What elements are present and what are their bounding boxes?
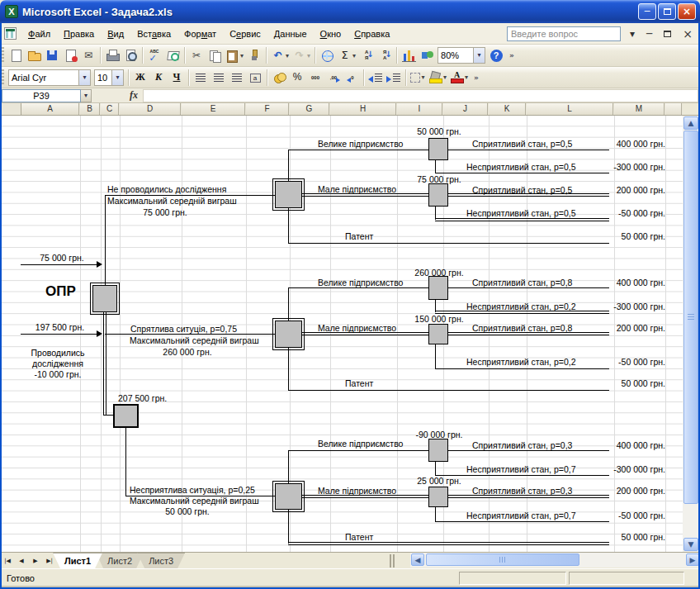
format-painter-button[interactable] bbox=[245, 46, 263, 64]
chart-wizard-button[interactable] bbox=[400, 46, 418, 64]
sheet-tab-лист1[interactable]: Лист1 bbox=[53, 553, 102, 568]
permission-button[interactable] bbox=[61, 46, 79, 64]
underline-button[interactable]: Ч bbox=[168, 69, 186, 87]
column-header-I[interactable]: I bbox=[397, 103, 442, 115]
save-button[interactable] bbox=[43, 46, 61, 64]
workbook-minimize-button[interactable]: ─ bbox=[644, 28, 655, 40]
menu-item-format[interactable]: Формат bbox=[177, 26, 223, 42]
indent-dec-button[interactable] bbox=[367, 69, 385, 87]
column-header-D[interactable]: D bbox=[120, 103, 181, 115]
align-left-button[interactable] bbox=[192, 69, 210, 87]
column-header-M[interactable]: M bbox=[614, 103, 665, 115]
horizontal-scroll-thumb[interactable] bbox=[426, 553, 579, 566]
cut-button[interactable]: ✂ bbox=[187, 46, 206, 64]
borders-button[interactable]: ▾ bbox=[409, 69, 427, 87]
vertical-scroll-thumb[interactable] bbox=[683, 131, 698, 504]
menu-item-data[interactable]: Данные bbox=[267, 26, 314, 42]
font-size-combobox[interactable]: 10▾ bbox=[94, 69, 124, 86]
window-close-button[interactable]: × bbox=[678, 3, 696, 20]
toolbar-grip[interactable] bbox=[2, 69, 4, 86]
autosum-button[interactable]: Σ▾ bbox=[336, 46, 357, 64]
scroll-down-button[interactable]: ▼ bbox=[683, 538, 698, 551]
name-box[interactable]: P39 bbox=[2, 89, 81, 102]
redo-button[interactable]: ↷▾ bbox=[291, 46, 312, 64]
chance-mid-small[interactable] bbox=[428, 324, 448, 344]
column-header-F[interactable]: F bbox=[246, 103, 289, 115]
menu-item-help[interactable]: Справка bbox=[348, 26, 396, 42]
paste-button[interactable]: ▾ bbox=[224, 46, 245, 64]
horizontal-scrollbar[interactable]: ◀ ▶ bbox=[410, 553, 700, 568]
open-folder-button[interactable] bbox=[25, 46, 43, 64]
column-header-J[interactable]: J bbox=[443, 103, 488, 115]
chance-bot-big[interactable] bbox=[428, 439, 448, 462]
column-header-K[interactable]: K bbox=[489, 103, 526, 115]
help-button[interactable]: ? bbox=[487, 46, 505, 64]
drawing-button[interactable] bbox=[418, 46, 436, 64]
workbook-close-button[interactable]: × bbox=[680, 27, 695, 40]
column-header-G[interactable]: G bbox=[290, 103, 329, 115]
copy-button[interactable] bbox=[206, 46, 224, 64]
thousands-button[interactable]: 000 bbox=[306, 69, 324, 87]
email-button[interactable]: ✉ bbox=[79, 46, 97, 64]
toolbar-grip[interactable] bbox=[2, 47, 4, 64]
fill-color-button[interactable]: ▾ bbox=[427, 69, 448, 87]
bold-button[interactable]: Ж bbox=[131, 69, 149, 87]
scroll-right-button[interactable]: ▶ bbox=[686, 553, 699, 566]
menu-item-tools[interactable]: Сервис bbox=[223, 26, 267, 42]
toolbar-options-icon[interactable]: » bbox=[507, 46, 517, 64]
align-center-button[interactable] bbox=[210, 69, 228, 87]
scroll-up-button[interactable]: ▲ bbox=[683, 116, 698, 130]
currency-button[interactable] bbox=[270, 69, 288, 87]
merge-center-button[interactable]: a bbox=[246, 69, 264, 87]
column-header-A[interactable]: A bbox=[21, 103, 79, 115]
spelling-button[interactable]: ABC bbox=[145, 46, 163, 64]
column-header-E[interactable]: E bbox=[182, 103, 245, 115]
indent-inc-button[interactable] bbox=[385, 69, 403, 87]
insert-function-button[interactable]: fx bbox=[125, 89, 143, 102]
menu-item-view[interactable]: Вид bbox=[101, 26, 130, 42]
chance-mid[interactable] bbox=[275, 321, 302, 348]
chance-mid-big[interactable] bbox=[428, 276, 448, 300]
chance-bot[interactable] bbox=[275, 483, 302, 510]
dropdown-arrow-icon[interactable]: ▾ bbox=[421, 74, 424, 81]
chance-top-small[interactable] bbox=[428, 183, 448, 207]
zoom-combobox[interactable]: 80%▾ bbox=[438, 47, 485, 64]
font-color-button[interactable]: А▾ bbox=[448, 69, 470, 87]
font-dropdown-icon[interactable]: ▾ bbox=[78, 70, 90, 85]
menu-item-window[interactable]: Окно bbox=[314, 26, 348, 42]
tab-nav-last-button[interactable]: ▶| bbox=[43, 554, 56, 568]
chance-top[interactable] bbox=[275, 181, 302, 208]
dropdown-arrow-icon[interactable]: ▾ bbox=[443, 74, 447, 81]
new-document-button[interactable] bbox=[7, 46, 25, 64]
dec-inc-button[interactable]: ,00 bbox=[324, 69, 343, 87]
sort-descending-button[interactable]: ЯА bbox=[376, 46, 394, 64]
scroll-left-button[interactable]: ◀ bbox=[411, 553, 424, 566]
select-all-corner[interactable] bbox=[0, 103, 21, 115]
zoom-dropdown-icon[interactable]: ▾ bbox=[473, 48, 485, 63]
chance-top-big[interactable] bbox=[428, 138, 448, 160]
workbook-restore-button[interactable] bbox=[661, 28, 674, 40]
dropdown-arrow-icon[interactable]: ▾ bbox=[465, 74, 468, 81]
italic-button[interactable]: К bbox=[149, 69, 168, 87]
question-dropdown-icon[interactable]: ▾ bbox=[627, 28, 637, 40]
research-button[interactable] bbox=[163, 46, 182, 64]
menu-item-insert[interactable]: Вставка bbox=[130, 26, 177, 42]
worksheet-grid[interactable]: 50 000 грн.Велике підприємствоСприятливи… bbox=[0, 116, 683, 552]
menu-item-file[interactable]: Файл bbox=[21, 26, 57, 42]
dec-dec-button[interactable]: ,0 bbox=[343, 69, 361, 87]
column-header-C[interactable]: C bbox=[101, 103, 119, 115]
ask-question-input[interactable]: Введите вопрос bbox=[507, 26, 621, 41]
chance-bot-small[interactable] bbox=[428, 487, 448, 507]
column-header-partial[interactable] bbox=[665, 103, 682, 115]
hyperlink-button[interactable] bbox=[318, 46, 336, 64]
opr-node[interactable] bbox=[92, 285, 117, 312]
align-right-button[interactable] bbox=[228, 69, 246, 87]
percent-button[interactable]: % bbox=[288, 69, 306, 87]
sheet-tab-лист2[interactable]: Лист2 bbox=[96, 553, 144, 568]
dropdown-arrow-icon[interactable]: ▾ bbox=[307, 52, 310, 59]
formula-input[interactable] bbox=[143, 89, 698, 102]
toolbar-options-icon[interactable]: » bbox=[471, 69, 481, 87]
research-node[interactable] bbox=[113, 404, 139, 428]
undo-button[interactable]: ↶▾ bbox=[269, 46, 291, 64]
dropdown-arrow-icon[interactable]: ▾ bbox=[240, 52, 244, 59]
